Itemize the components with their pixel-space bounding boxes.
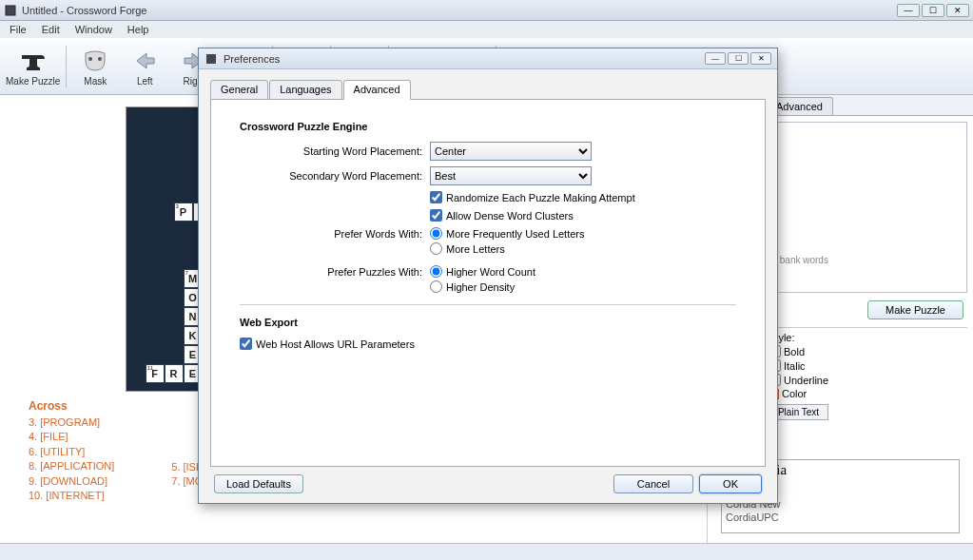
tab-general[interactable]: General: [210, 80, 268, 100]
randomize-row: Randomize Each Puzzle Making Attempt: [240, 191, 736, 203]
make-puzzle-button[interactable]: Make Puzzle: [867, 300, 963, 319]
prefer-words-opt1[interactable]: More Frequently Used Letters: [430, 227, 585, 240]
cell[interactable]: 3P: [174, 203, 193, 222]
clue-line[interactable]: 8. [APPLICATION]: [29, 459, 114, 473]
prefer-puzzles-opt2[interactable]: Higher Density: [430, 280, 535, 293]
tab-advanced[interactable]: Advanced: [343, 80, 411, 100]
app-icon: [4, 4, 17, 17]
starting-label: Starting Word Placement:: [240, 145, 430, 157]
secondary-select[interactable]: Best: [430, 166, 592, 185]
menu-file[interactable]: File: [3, 23, 33, 36]
menu-edit[interactable]: Edit: [35, 23, 67, 36]
prefer-puzzles-opt1[interactable]: Higher Word Count: [430, 265, 535, 278]
randomize-checkbox[interactable]: Randomize Each Puzzle Making Attempt: [430, 191, 635, 203]
clue-line[interactable]: 10. [INTERNET]: [29, 489, 114, 503]
menu-help[interactable]: Help: [121, 23, 156, 36]
dense-row: Allow Dense Word Clusters: [240, 209, 736, 222]
dialog-content: Crossword Puzzle Engine Starting Word Pl…: [210, 100, 766, 467]
cancel-button[interactable]: Cancel: [613, 474, 693, 493]
close-button[interactable]: ✕: [946, 4, 969, 17]
web-host-checkbox[interactable]: Web Host Allows URL Parameters: [240, 338, 415, 350]
minimize-button[interactable]: —: [897, 4, 920, 17]
dialog-icon: [204, 52, 218, 66]
ok-button[interactable]: OK: [699, 474, 762, 493]
maximize-button[interactable]: ☐: [922, 4, 944, 17]
window-controls: — ☐ ✕: [897, 4, 969, 17]
section-divider: [240, 304, 736, 305]
prefer-puzzles-row: Prefer Puzzles With: Higher Word Count H…: [240, 265, 736, 293]
across-clues: Across 3. [PROGRAM] 4. [FILE] 6. [UTILIT…: [29, 399, 114, 503]
left-button[interactable]: Left: [122, 41, 167, 92]
window-title: Untitled - Crossword Forge: [22, 5, 897, 16]
cell[interactable]: 11F: [146, 364, 165, 383]
secondary-label: Secondary Word Placement:: [240, 170, 430, 182]
statusbar: [0, 543, 973, 560]
dialog-controls: — ☐ ✕: [705, 52, 771, 65]
toolbar-separator: [66, 46, 67, 87]
engine-heading: Crossword Puzzle Engine: [240, 121, 736, 132]
make-puzzle-button[interactable]: Make Puzzle: [6, 41, 60, 92]
prefer-words-label: Prefer Words With:: [240, 227, 430, 240]
cell[interactable]: R: [165, 364, 184, 383]
anvil-icon: [19, 47, 48, 75]
svg-rect-0: [6, 6, 15, 15]
dialog-body: General Languages Advanced Crossword Puz…: [199, 69, 777, 503]
secondary-placement-row: Secondary Word Placement: Best: [240, 166, 736, 185]
tab-languages[interactable]: Languages: [269, 80, 341, 100]
mask-icon: [81, 47, 109, 75]
dialog-buttons: Load Defaults Cancel OK: [210, 467, 766, 495]
starting-select[interactable]: Center: [430, 142, 592, 161]
clue-line[interactable]: 3. [PROGRAM]: [29, 415, 114, 430]
web-export-heading: Web Export: [240, 317, 736, 328]
svg-rect-12: [206, 54, 216, 64]
clue-line[interactable]: 6. [UTILITY]: [29, 445, 114, 459]
menubar: File Edit Window Help: [0, 21, 973, 38]
web-host-row: Web Host Allows URL Parameters: [126, 338, 736, 350]
load-defaults-button[interactable]: Load Defaults: [214, 474, 303, 493]
mask-button[interactable]: Mask: [72, 41, 118, 92]
dialog-minimize-button[interactable]: —: [705, 52, 726, 65]
clue-line[interactable]: 4. [FILE]: [29, 430, 114, 444]
main-titlebar: Untitled - Crossword Forge — ☐ ✕: [0, 0, 973, 21]
across-heading: Across: [29, 399, 114, 413]
starting-placement-row: Starting Word Placement: Center: [240, 142, 736, 161]
prefer-puzzles-label: Prefer Puzzles With:: [240, 265, 430, 278]
arrow-left-icon: [130, 47, 159, 75]
prefer-words-opt2[interactable]: More Letters: [430, 242, 585, 255]
clue-line[interactable]: 9. [DOWNLOAD]: [29, 474, 114, 489]
dialog-maximize-button[interactable]: ☐: [728, 52, 749, 65]
menu-window[interactable]: Window: [68, 23, 119, 36]
svg-point-2: [98, 57, 102, 61]
preferences-dialog: Preferences — ☐ ✕ General Languages Adva…: [198, 48, 778, 504]
dialog-close-button[interactable]: ✕: [750, 52, 771, 65]
dense-checkbox[interactable]: Allow Dense Word Clusters: [430, 209, 574, 222]
dialog-titlebar[interactable]: Preferences — ☐ ✕: [199, 48, 777, 69]
svg-point-1: [88, 57, 92, 61]
prefer-words-row: Prefer Words With: More Frequently Used …: [240, 227, 736, 255]
dialog-title: Preferences: [224, 53, 705, 65]
dialog-tabs: General Languages Advanced: [210, 79, 766, 100]
